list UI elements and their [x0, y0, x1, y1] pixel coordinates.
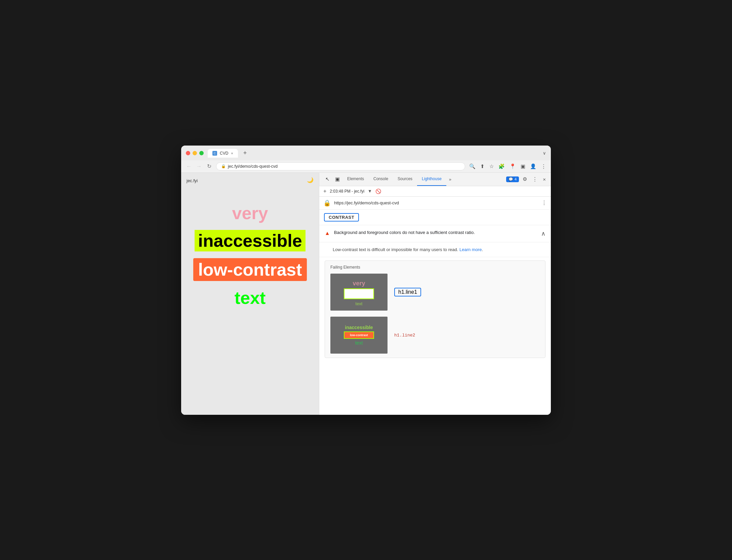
failing-selector-2[interactable]: h1.line2 — [394, 333, 415, 338]
failing-elements-section: Failing Elements very text — [325, 261, 545, 358]
thumb-text-green: text — [355, 340, 363, 346]
contrast-tag-area: CONTRAST — [319, 210, 551, 225]
report-menu-icon[interactable]: ⋮ — [541, 200, 547, 206]
selector-text-2: h1.line2 — [394, 333, 415, 338]
failing-item: very text h1.line1 — [330, 274, 540, 311]
lighthouse-dropdown[interactable]: ▼ — [368, 189, 372, 194]
pin-icon[interactable]: 📍 — [510, 163, 516, 169]
profile-icon[interactable]: 👤 — [530, 163, 536, 169]
traffic-lights — [186, 151, 204, 155]
thumb-orange-bar: low-contrast — [344, 331, 374, 339]
thumb-very-text: very — [353, 280, 365, 287]
demo-text-element: text — [235, 288, 266, 308]
thumb-green-text: text — [356, 301, 363, 306]
reload-button[interactable]: ↻ — [206, 163, 212, 169]
demo-low-contrast-text: low-contrast — [193, 258, 307, 281]
bookmark-icon[interactable]: ☆ — [489, 163, 494, 169]
audit-section: ▲ Background and foreground colors do no… — [319, 225, 551, 415]
sidebar-icon[interactable]: ▣ — [521, 163, 525, 169]
lock-icon: 🔒 — [221, 164, 226, 168]
failing-thumbnail-1: very text — [330, 274, 388, 311]
tab-lighthouse[interactable]: Lighthouse — [417, 173, 446, 186]
browser-actions: 🔍 ⬆ ☆ 🧩 📍 ▣ 👤 ⋮ — [469, 163, 546, 169]
tab-title: CVD — [220, 151, 228, 156]
url-text: jec.fyi/demo/cds-quest-cvd — [228, 164, 278, 169]
tab-sources[interactable]: Sources — [393, 173, 417, 186]
main-area: jec.fyi 🌙 very inaccessible low-contrast… — [181, 173, 551, 415]
audit-warning-text: Background and foreground colors do not … — [334, 230, 537, 235]
page-content: jec.fyi 🌙 very inaccessible low-contrast… — [181, 173, 319, 415]
failing-items-list: very text h1.line1 — [330, 274, 540, 354]
more-tabs-icon[interactable]: » — [446, 177, 454, 182]
site-label: jec.fyi — [187, 178, 198, 183]
thumb-highlight-box — [344, 288, 374, 299]
share-icon[interactable]: ⬆ — [480, 163, 485, 169]
new-tab-button[interactable]: + — [241, 150, 250, 157]
responsive-icon[interactable]: ▣ — [332, 173, 342, 186]
lighthouse-add-button[interactable]: + — [323, 188, 326, 194]
thumb-orange-text: low-contrast — [350, 333, 368, 337]
devtools-toolbar: ↖ ▣ Elements Console Sources Lighthouse … — [319, 173, 551, 186]
tab-console[interactable]: Console — [369, 173, 393, 186]
learn-more-link[interactable]: Learn more — [459, 247, 482, 252]
demo-text-area: very inaccessible low-contrast text — [193, 203, 307, 308]
devtools-close-icon[interactable]: × — [541, 176, 547, 182]
tab-elements[interactable]: Elements — [342, 173, 369, 186]
element-picker-icon[interactable]: ↖ — [323, 173, 332, 186]
devtools-panel: ↖ ▣ Elements Console Sources Lighthouse … — [319, 173, 551, 415]
back-button[interactable]: ← — [186, 163, 192, 169]
tab-expand-icon[interactable]: ∨ — [543, 151, 546, 156]
browser-window: C CVD × + ∨ ← → ↻ 🔒 jec.fyi/demo/cds-que… — [181, 146, 551, 415]
search-icon[interactable]: 🔍 — [469, 163, 476, 169]
maximize-button[interactable] — [199, 151, 204, 155]
demo-very-text: very — [229, 203, 271, 223]
audit-description-text: Low-contrast text is difficult or imposs… — [333, 247, 458, 252]
dark-mode-toggle[interactable]: 🌙 — [307, 177, 314, 183]
contrast-tag[interactable]: CONTRAST — [324, 213, 359, 222]
more-menu-icon[interactable]: ⋮ — [541, 163, 546, 169]
lighthouse-bar: + 2:03:48 PM - jec.fyi ▼ 🚫 — [319, 186, 551, 197]
devtools-actions: 💬 4 ⚙ ⋮ × — [506, 176, 547, 182]
failing-selector-1[interactable]: h1.line1 — [394, 288, 421, 296]
address-bar: ← → ↻ 🔒 jec.fyi/demo/cds-quest-cvd 🔍 ⬆ ☆… — [181, 160, 551, 173]
chat-badge[interactable]: 💬 4 — [506, 176, 519, 182]
collapse-button[interactable]: ∧ — [541, 230, 545, 237]
failing-thumbnail-2: inaccessible low-contrast text — [330, 317, 388, 354]
chat-count: 4 — [515, 177, 517, 181]
lighthouse-timestamp: 2:03:48 PM - jec.fyi — [330, 189, 364, 194]
audit-description: Low-contrast text is difficult or imposs… — [319, 242, 551, 257]
tab-close-button[interactable]: × — [231, 151, 233, 155]
report-lock-icon: 🔒 — [323, 199, 331, 207]
extensions-icon[interactable]: 🧩 — [498, 163, 505, 169]
warning-icon: ▲ — [325, 230, 330, 236]
title-bar: C CVD × + ∨ — [181, 146, 551, 160]
devtools-settings-icon[interactable]: ⚙ — [521, 176, 529, 182]
lighthouse-clear-button[interactable]: 🚫 — [375, 189, 381, 194]
minimize-button[interactable] — [193, 151, 197, 155]
browser-tab[interactable]: C CVD × — [208, 149, 238, 158]
audit-warning-row: ▲ Background and foreground colors do no… — [319, 225, 551, 242]
demo-inaccessible-text: inaccessible — [195, 230, 305, 251]
chat-icon: 💬 — [509, 177, 513, 182]
tab-bar: C CVD × + ∨ — [208, 149, 546, 158]
failing-elements-label: Failing Elements — [330, 265, 540, 270]
failing-item-2: inaccessible low-contrast text h1.line2 — [330, 317, 540, 354]
close-button[interactable] — [186, 151, 190, 155]
selector-text-1: h1.line1 — [398, 289, 417, 295]
url-box[interactable]: 🔒 jec.fyi/demo/cds-quest-cvd — [216, 162, 465, 170]
devtools-menu-icon[interactable]: ⋮ — [531, 176, 539, 182]
forward-button[interactable]: → — [196, 163, 202, 169]
report-url-bar: 🔒 https://jec.fyi/demo/cds-quest-cvd ⋮ — [319, 197, 551, 210]
tab-favicon: C — [212, 151, 217, 156]
report-url-text: https://jec.fyi/demo/cds-quest-cvd — [334, 200, 538, 205]
thumb-inaccessible-text: inaccessible — [345, 325, 373, 330]
